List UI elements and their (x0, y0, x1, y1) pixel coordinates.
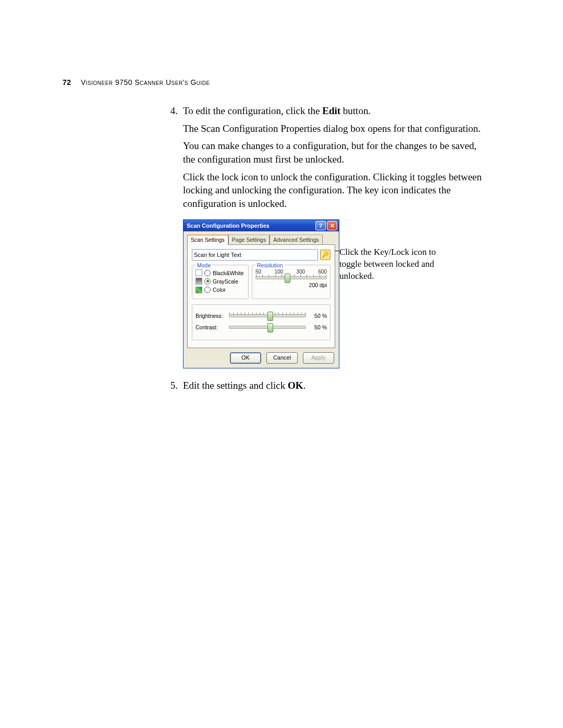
brightness-slider[interactable] (229, 314, 306, 317)
step-4-para3: You can make changes to a configuration,… (183, 139, 487, 166)
resolution-thumb[interactable] (285, 274, 290, 283)
grayscale-icon (195, 278, 202, 285)
lock-toggle-icon[interactable]: 🔑 (320, 250, 331, 260)
dialog-titlebar[interactable]: Scan Configuration Properties ? ✕ (183, 220, 339, 231)
brightness-label: Brightness: (195, 312, 226, 319)
radio-icon (204, 287, 211, 293)
tab-advanced-settings[interactable]: Advanced Settings (270, 235, 323, 244)
close-button[interactable]: ✕ (327, 221, 337, 230)
contrast-slider[interactable] (229, 326, 306, 329)
mode-group: Mode Black&White (192, 265, 249, 300)
resolution-group: Resolution 50 100 300 600 (252, 265, 331, 300)
close-icon: ✕ (330, 222, 335, 230)
lock-callout: Click the Key/Lock icon to toggle betwee… (339, 219, 438, 282)
brightness-contrast-group: Brightness: 50 % (192, 304, 331, 340)
cancel-button[interactable]: Cancel (266, 352, 298, 364)
contrast-thumb[interactable] (267, 323, 273, 332)
mode-bw-option[interactable]: Black&White (195, 269, 245, 277)
page-header: 72 Visioneer 9750 Scanner User's Guide (63, 78, 210, 87)
callout-text: Click the Key/Lock icon to toggle betwee… (339, 247, 436, 281)
color-icon (195, 287, 202, 293)
ok-button[interactable]: OK (230, 352, 261, 364)
contrast-value: 50 % (309, 324, 327, 331)
config-name-input[interactable] (192, 249, 318, 261)
mode-grayscale-option[interactable]: GrayScale (195, 278, 245, 285)
tab-scan-settings[interactable]: Scan Settings (187, 235, 228, 244)
scan-config-dialog: Scan Configuration Properties ? ✕ Scan S… (183, 219, 339, 368)
step-4-number: 4. (164, 104, 183, 396)
brightness-value: 50 % (309, 312, 327, 319)
page-number: 72 (63, 78, 71, 87)
help-icon: ? (319, 222, 323, 230)
mode-color-option[interactable]: Color (195, 286, 245, 293)
guide-title: Visioneer 9750 Scanner User's Guide (81, 78, 210, 87)
step-5-text: Edit the settings and click OK. (183, 379, 487, 392)
brightness-thumb[interactable] (267, 312, 273, 321)
mode-legend: Mode (195, 262, 212, 269)
step-5: 5. Edit the settings and click OK. (183, 379, 487, 392)
resolution-legend: Resolution (255, 262, 285, 269)
resolution-slider[interactable] (255, 276, 327, 279)
tab-page-settings[interactable]: Page Settings (228, 235, 270, 244)
dialog-title: Scan Configuration Properties (187, 222, 314, 230)
tab-bar: Scan Settings Page Settings Advanced Set… (187, 235, 335, 244)
resolution-ticks: 50 100 300 600 (255, 268, 327, 276)
resolution-value: 200 dpi (255, 281, 327, 289)
radio-icon (204, 270, 211, 276)
step-4-para4: Click the lock icon to unlock the config… (183, 170, 487, 211)
step-4: 4. To edit the configuration, click the … (164, 104, 487, 396)
contrast-label: Contrast: (195, 324, 226, 331)
step-5-number: 5. (164, 379, 183, 392)
radio-icon (204, 278, 211, 285)
step-4-para2: The Scan Configuration Properties dialog… (183, 122, 487, 135)
apply-button: Apply (303, 352, 334, 364)
step-4-line1: To edit the configuration, click the Edi… (183, 104, 487, 118)
help-button[interactable]: ? (315, 221, 326, 230)
bw-icon (195, 269, 202, 276)
